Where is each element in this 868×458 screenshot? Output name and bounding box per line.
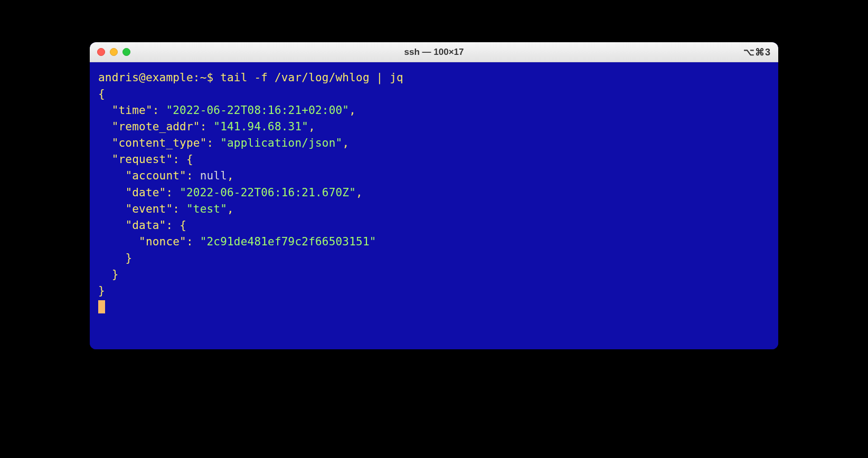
json-val-account: null (200, 169, 227, 182)
window-titlebar[interactable]: ssh — 100×17 ⌥⌘3 (90, 42, 778, 62)
terminal-body[interactable]: andris@example:~$ tail -f /var/log/whlog… (90, 62, 778, 349)
minimize-icon[interactable] (110, 48, 118, 56)
json-val-time: "2022-06-22T08:16:21+02:00" (166, 104, 349, 117)
json-brace-close: } (112, 268, 119, 281)
json-val-date: "2022-06-22T06:16:21.670Z" (180, 186, 356, 199)
prompt-user-host: andris@example:~$ (98, 71, 213, 84)
json-val-content-type: "application/json" (220, 137, 342, 149)
shell-prompt: andris@example:~$ tail -f /var/log/whlog… (98, 71, 403, 84)
cursor-icon (98, 300, 105, 313)
json-brace-open: { (186, 153, 193, 166)
terminal-window: ssh — 100×17 ⌥⌘3 andris@example:~$ tail … (90, 42, 778, 349)
window-shortcut-label: ⌥⌘3 (743, 46, 771, 58)
json-val-nonce: "2c91de481ef79c2f66503151" (200, 235, 376, 248)
window-title: ssh — 100×17 (404, 47, 464, 58)
json-brace-close: } (98, 284, 105, 297)
close-icon[interactable] (97, 48, 105, 56)
maximize-icon[interactable] (122, 48, 130, 56)
json-val-remote-addr: "141.94.68.31" (213, 120, 308, 133)
prompt-command: tail -f /var/log/whlog | jq (220, 71, 403, 84)
json-key-content-type: "content_type" (112, 137, 207, 149)
json-key-remote-addr: "remote_addr" (112, 120, 200, 133)
json-key-event: "event" (125, 203, 173, 215)
json-brace-open: { (180, 219, 186, 232)
terminal-output: andris@example:~$ tail -f /var/log/whlog… (98, 70, 770, 316)
json-key-time: "time" (112, 104, 153, 117)
json-val-event: "test" (186, 203, 227, 215)
json-key-date: "date" (125, 186, 166, 199)
json-key-data: "data" (125, 219, 166, 232)
json-key-request: "request" (112, 153, 173, 166)
json-key-account: "account" (125, 169, 186, 182)
json-brace-close: } (125, 252, 132, 264)
json-brace-open: { (98, 88, 105, 100)
traffic-lights (97, 48, 130, 56)
json-key-nonce: "nonce" (139, 235, 186, 248)
